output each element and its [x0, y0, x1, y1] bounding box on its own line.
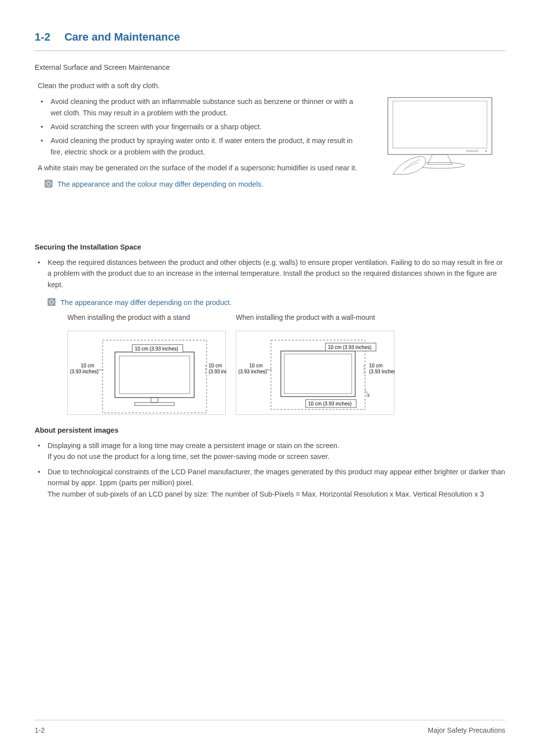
figure-stand: 10 cm (3.93 inches) 10 cm (3.93 inches) … [67, 331, 226, 415]
figure-caption: When installing the product with a wall-… [236, 312, 404, 323]
footer-right: Major Safety Precautions [428, 725, 505, 736]
svg-point-2 [485, 150, 486, 151]
bullet-line: Due to technological constraints of the … [48, 468, 505, 487]
list-item: Keep the required distances between the … [45, 257, 505, 415]
section-heading: 1-2 Care and Maintenance [35, 29, 505, 51]
list-item: Avoid cleaning the product by spraying w… [48, 135, 364, 157]
svg-rect-7 [151, 398, 158, 403]
section-number: 1-2 [35, 31, 51, 43]
svg-text:10 cm: 10 cm [81, 363, 94, 368]
bullet-line: If you do not use the product for a long… [48, 453, 329, 460]
subheading-external: External Surface and Screen Maintenance [35, 62, 505, 73]
footer-left: 1-2 [35, 725, 45, 736]
persistent-bullets: Displaying a still image for a long time… [35, 440, 505, 500]
svg-text:(3.93 inches): (3.93 inches) [70, 369, 99, 374]
figure-wallmount-column: When installing the product with a wall-… [236, 312, 404, 415]
svg-text:(3.93 inches): (3.93 inches) [209, 369, 226, 374]
cleaning-bullets: Avoid cleaning the product with an infla… [38, 96, 364, 157]
note-icon [45, 180, 53, 188]
svg-rect-18 [281, 351, 355, 397]
intro-text: Clean the product with a soft dry cloth. [38, 80, 364, 91]
svg-rect-6 [119, 356, 190, 394]
svg-text:(3.93 inches): (3.93 inches) [369, 369, 395, 374]
section-title-text: Care and Maintenance [64, 31, 180, 43]
illustration-column: SAMSUNG [374, 80, 505, 190]
list-item: Avoid cleaning the product with an infla… [48, 96, 364, 118]
figure-row: When installing the product with a stand [67, 312, 505, 415]
svg-rect-0 [388, 98, 492, 154]
subheading-persistent: About persistent images [35, 425, 505, 436]
figure-wallmount: 10 cm (3.93 inches) 10 cm (3.93 inches) … [236, 331, 394, 415]
monitor-cleaning-illustration: SAMSUNG [378, 95, 502, 177]
svg-text:10 cm (3.93 inches): 10 cm (3.93 inches) [135, 346, 178, 352]
bullet-line: The number of sub-pixels of an LCD panel… [48, 490, 484, 498]
page-footer: 1-2 Major Safety Precautions [35, 720, 505, 736]
list-item: Due to technological constraints of the … [45, 466, 505, 500]
subheading-securing: Securing the Installation Space [35, 242, 505, 252]
svg-text:10 cm (3.93 inches): 10 cm (3.93 inches) [308, 401, 352, 406]
svg-rect-8 [135, 403, 174, 405]
svg-rect-5 [115, 352, 194, 398]
svg-text:10 cm: 10 cm [369, 363, 382, 368]
humidifier-text: A white stain may be generated on the su… [38, 162, 364, 173]
note-text: The appearance may differ depending on t… [60, 297, 232, 308]
note-box: The appearance may differ depending on t… [48, 297, 505, 308]
svg-text:10 cm: 10 cm [209, 363, 222, 368]
securing-bullets: Keep the required distances between the … [35, 257, 505, 415]
svg-text:(3.93 inches): (3.93 inches) [238, 369, 267, 374]
svg-rect-19 [284, 354, 352, 394]
note-box: The appearance and the colour may differ… [38, 179, 364, 190]
note-icon [48, 298, 55, 306]
figure-caption: When installing the product with a stand [67, 312, 236, 323]
figure-stand-column: When installing the product with a stand [67, 312, 236, 415]
two-column-block: Clean the product with a soft dry cloth.… [35, 80, 505, 190]
bullet-line: Displaying a still image for a long time… [48, 442, 339, 450]
list-item: Avoid scratching the screen with your fi… [48, 121, 364, 132]
svg-rect-1 [393, 101, 487, 148]
bullet-text: Keep the required distances between the … [48, 258, 503, 289]
svg-text:10 cm (3.93 inches): 10 cm (3.93 inches) [328, 345, 372, 350]
text-column: Clean the product with a soft dry cloth.… [35, 80, 364, 190]
list-item: Displaying a still image for a long time… [45, 440, 505, 462]
note-text: The appearance and the colour may differ… [57, 179, 264, 190]
brand-label: SAMSUNG [466, 150, 479, 152]
svg-text:10 cm: 10 cm [249, 363, 263, 368]
